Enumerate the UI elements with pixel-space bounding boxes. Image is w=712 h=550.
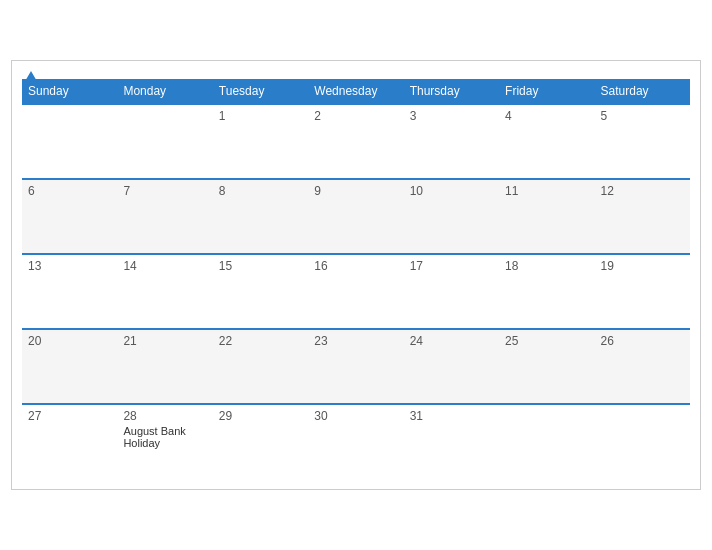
calendar-day-cell: 7 <box>117 179 212 254</box>
calendar-day-cell: 15 <box>213 254 308 329</box>
logo <box>22 71 38 83</box>
calendar-day-cell: 10 <box>404 179 499 254</box>
day-number: 1 <box>219 109 302 123</box>
calendar-day-cell: 27 <box>22 404 117 479</box>
calendar-day-cell: 8 <box>213 179 308 254</box>
day-number: 29 <box>219 409 302 423</box>
weekday-header-row: SundayMondayTuesdayWednesdayThursdayFrid… <box>22 79 690 104</box>
day-number: 27 <box>28 409 111 423</box>
calendar-day-cell: 23 <box>308 329 403 404</box>
day-number: 31 <box>410 409 493 423</box>
weekday-header-cell: Wednesday <box>308 79 403 104</box>
calendar-day-cell: 16 <box>308 254 403 329</box>
weekday-header-cell: Tuesday <box>213 79 308 104</box>
day-number: 21 <box>123 334 206 348</box>
day-number: 24 <box>410 334 493 348</box>
calendar-day-cell: 28August Bank Holiday <box>117 404 212 479</box>
weekday-header-cell: Friday <box>499 79 594 104</box>
calendar-day-cell: 13 <box>22 254 117 329</box>
day-number: 4 <box>505 109 588 123</box>
calendar: SundayMondayTuesdayWednesdayThursdayFrid… <box>11 60 701 490</box>
calendar-day-cell: 19 <box>595 254 690 329</box>
logo-triangle-icon <box>24 71 38 83</box>
calendar-day-cell: 24 <box>404 329 499 404</box>
day-number: 10 <box>410 184 493 198</box>
calendar-day-cell: 4 <box>499 104 594 179</box>
calendar-week-row: 2728August Bank Holiday293031 <box>22 404 690 479</box>
day-number: 14 <box>123 259 206 273</box>
calendar-day-cell: 18 <box>499 254 594 329</box>
calendar-day-cell: 6 <box>22 179 117 254</box>
calendar-day-cell <box>595 404 690 479</box>
day-number: 28 <box>123 409 206 423</box>
calendar-day-cell: 17 <box>404 254 499 329</box>
calendar-week-row: 20212223242526 <box>22 329 690 404</box>
day-number: 30 <box>314 409 397 423</box>
day-number: 17 <box>410 259 493 273</box>
day-number: 18 <box>505 259 588 273</box>
calendar-day-cell: 12 <box>595 179 690 254</box>
day-number: 26 <box>601 334 684 348</box>
calendar-day-cell: 20 <box>22 329 117 404</box>
day-number: 25 <box>505 334 588 348</box>
calendar-day-cell <box>499 404 594 479</box>
calendar-day-cell <box>117 104 212 179</box>
day-number: 2 <box>314 109 397 123</box>
calendar-week-row: 12345 <box>22 104 690 179</box>
calendar-day-cell: 1 <box>213 104 308 179</box>
day-number: 8 <box>219 184 302 198</box>
calendar-day-cell: 11 <box>499 179 594 254</box>
event-label: August Bank Holiday <box>123 425 206 449</box>
day-number: 23 <box>314 334 397 348</box>
calendar-day-cell: 31 <box>404 404 499 479</box>
day-number: 6 <box>28 184 111 198</box>
calendar-day-cell: 21 <box>117 329 212 404</box>
calendar-day-cell: 9 <box>308 179 403 254</box>
calendar-day-cell: 5 <box>595 104 690 179</box>
day-number: 20 <box>28 334 111 348</box>
weekday-header-cell: Monday <box>117 79 212 104</box>
calendar-day-cell: 22 <box>213 329 308 404</box>
calendar-day-cell: 29 <box>213 404 308 479</box>
day-number: 7 <box>123 184 206 198</box>
calendar-table: SundayMondayTuesdayWednesdayThursdayFrid… <box>22 79 690 479</box>
calendar-week-row: 13141516171819 <box>22 254 690 329</box>
day-number: 9 <box>314 184 397 198</box>
calendar-day-cell: 3 <box>404 104 499 179</box>
calendar-day-cell: 2 <box>308 104 403 179</box>
day-number: 19 <box>601 259 684 273</box>
day-number: 5 <box>601 109 684 123</box>
weekday-header-cell: Thursday <box>404 79 499 104</box>
calendar-day-cell: 25 <box>499 329 594 404</box>
calendar-week-row: 6789101112 <box>22 179 690 254</box>
day-number: 3 <box>410 109 493 123</box>
calendar-day-cell: 30 <box>308 404 403 479</box>
day-number: 15 <box>219 259 302 273</box>
day-number: 13 <box>28 259 111 273</box>
day-number: 22 <box>219 334 302 348</box>
calendar-day-cell: 14 <box>117 254 212 329</box>
weekday-header-cell: Saturday <box>595 79 690 104</box>
day-number: 12 <box>601 184 684 198</box>
day-number: 16 <box>314 259 397 273</box>
calendar-day-cell <box>22 104 117 179</box>
day-number: 11 <box>505 184 588 198</box>
calendar-day-cell: 26 <box>595 329 690 404</box>
